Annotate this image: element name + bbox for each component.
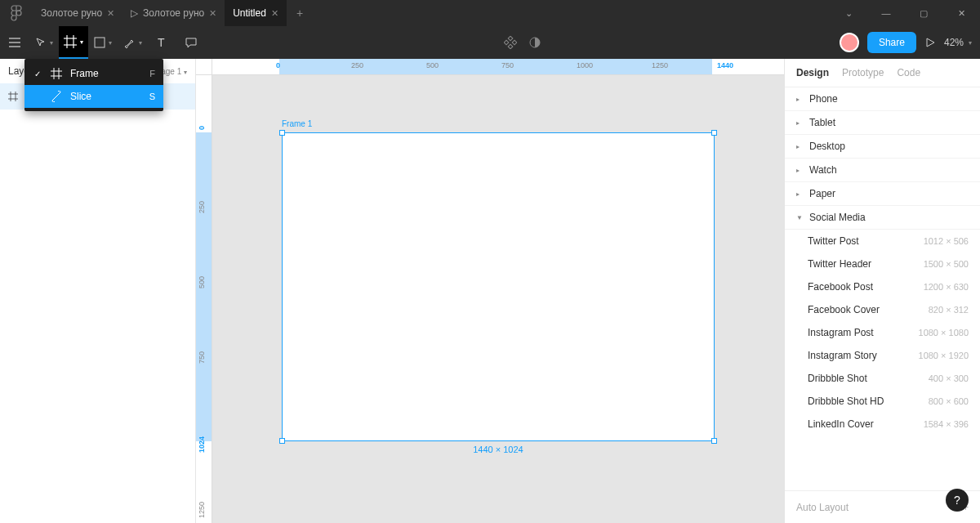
- ruler-tick: 1250: [652, 61, 668, 69]
- frame-preset-list: ▸Phone▸Tablet▸Desktop▸Watch▸Paper▼Social…: [785, 87, 980, 490]
- help-button[interactable]: ?: [946, 489, 969, 512]
- present-icon[interactable]: [924, 37, 936, 48]
- zoom-dropdown[interactable]: 42%▾: [944, 37, 972, 48]
- preset-item[interactable]: Dribbble Shot HD800 × 600: [785, 390, 980, 413]
- resize-handle-se[interactable]: [711, 438, 717, 444]
- ruler-tick: 500: [198, 276, 206, 288]
- tab-label: Золотое руно: [41, 7, 102, 19]
- frame-1[interactable]: [282, 132, 715, 441]
- ruler-tick: 750: [501, 61, 514, 69]
- preset-category[interactable]: ▸Tablet: [785, 111, 980, 135]
- close-icon[interactable]: ✕: [271, 8, 278, 19]
- ruler-horizontal: 02505007501000125014401750: [212, 59, 784, 75]
- svg-rect-8: [95, 38, 105, 47]
- svg-point-0: [16, 11, 21, 16]
- check-icon: ✓: [33, 69, 42, 78]
- chevron-icon: ▸: [796, 119, 803, 127]
- window-menu-dropdown[interactable]: ⌄: [830, 0, 867, 26]
- svg-text:T: T: [158, 37, 165, 48]
- ruler-tick: 1000: [577, 61, 593, 69]
- frame-tool-menu-slice[interactable]: Slice S: [24, 85, 163, 108]
- ruler-tick: 0: [276, 61, 280, 69]
- ruler-tick: 250: [351, 61, 363, 69]
- tab-label: Золотое руно: [143, 7, 204, 19]
- svg-rect-13: [512, 40, 517, 45]
- move-tool[interactable]: ▾: [29, 26, 59, 59]
- preset-item[interactable]: Instagram Story1080 × 1920: [785, 344, 980, 367]
- svg-rect-12: [504, 40, 509, 45]
- chevron-icon: ▸: [796, 143, 803, 150]
- preset-category[interactable]: ▼Social Media: [785, 206, 980, 230]
- toolbar: ▾ ▾ ▾ ▾ T Share 42%▾: [0, 26, 980, 59]
- tab-prototype[interactable]: Prototype: [842, 67, 884, 78]
- preset-category[interactable]: ▸Paper: [785, 182, 980, 206]
- chevron-icon: ▸: [796, 96, 803, 103]
- text-tool[interactable]: T: [147, 26, 176, 59]
- left-panel: Layers Page 1 ▾ Frame 1 ✓ Frame F Slice …: [0, 59, 196, 523]
- close-icon[interactable]: ✕: [209, 8, 216, 19]
- chevron-icon: ▸: [796, 190, 803, 198]
- ruler-vertical: 025050075010241250: [196, 75, 212, 523]
- window-maximize[interactable]: ▢: [905, 0, 942, 26]
- preset-item[interactable]: Twitter Post1012 × 506: [785, 230, 980, 253]
- window-minimize[interactable]: —: [867, 0, 905, 26]
- preset-item[interactable]: Dribbble Shot400 × 300: [785, 367, 980, 390]
- window-tabs: Золотое руно ✕ ▷ Золотое руно ✕ Untitled…: [33, 0, 313, 26]
- mask-icon[interactable]: [528, 36, 541, 49]
- tab-label: Untitled: [233, 7, 266, 19]
- avatar[interactable]: [840, 33, 859, 52]
- share-button[interactable]: Share: [867, 32, 916, 53]
- resize-handle-nw[interactable]: [279, 130, 285, 136]
- chevron-icon: ▸: [796, 167, 803, 174]
- canvas[interactable]: 02505007501000125014401750 0250500750102…: [196, 59, 784, 523]
- ruler-tick: 250: [198, 201, 206, 213]
- ruler-tick: 1250: [198, 502, 206, 518]
- ruler-tick: 750: [198, 351, 206, 364]
- frame-label[interactable]: Frame 1: [282, 119, 312, 128]
- tab-code[interactable]: Code: [897, 67, 920, 78]
- new-tab-button[interactable]: +: [287, 7, 313, 20]
- shape-tool[interactable]: ▾: [88, 26, 118, 59]
- preset-item[interactable]: LinkedIn Cover1584 × 396: [785, 413, 980, 436]
- frame-tool-menu: ✓ Frame F Slice S: [24, 59, 163, 111]
- preset-category[interactable]: ▸Phone: [785, 87, 980, 111]
- preset-item[interactable]: Facebook Post1200 × 630: [785, 275, 980, 298]
- right-panel-tabs: Design Prototype Code: [785, 59, 980, 87]
- ruler-tick: 1024: [198, 436, 206, 453]
- component-icon[interactable]: [504, 36, 517, 49]
- resize-handle-sw[interactable]: [279, 438, 285, 444]
- chevron-icon: ▼: [796, 214, 803, 221]
- window-tab-2[interactable]: Untitled ✕: [225, 0, 287, 26]
- resize-handle-ne[interactable]: [711, 130, 717, 136]
- right-panel: Design Prototype Code ▸Phone▸Tablet▸Desk…: [784, 59, 980, 523]
- pen-tool[interactable]: ▾: [118, 26, 147, 59]
- preset-category[interactable]: ▸Desktop: [785, 135, 980, 159]
- ruler-tick: 0: [198, 126, 206, 130]
- window-tab-0[interactable]: Золотое руно ✕: [33, 0, 122, 26]
- window-titlebar: Золотое руно ✕ ▷ Золотое руно ✕ Untitled…: [0, 0, 980, 26]
- comment-tool[interactable]: [176, 26, 206, 59]
- figma-logo[interactable]: [0, 5, 33, 21]
- play-icon: ▷: [131, 7, 138, 19]
- close-icon[interactable]: ✕: [107, 8, 114, 19]
- hamburger-menu[interactable]: [0, 26, 29, 59]
- frame-tool[interactable]: ▾: [59, 26, 88, 59]
- ruler-tick: 1440: [717, 61, 733, 69]
- svg-rect-10: [508, 36, 513, 41]
- preset-item[interactable]: Twitter Header1500 × 500: [785, 253, 980, 275]
- tab-design[interactable]: Design: [796, 67, 829, 78]
- window-close[interactable]: ✕: [942, 0, 980, 26]
- svg-rect-11: [508, 44, 513, 49]
- ruler-tick: 500: [426, 61, 439, 69]
- preset-item[interactable]: Instagram Post1080 × 1080: [785, 321, 980, 344]
- ruler-corner: [196, 59, 212, 75]
- frame-dimensions: 1440 × 1024: [282, 445, 715, 454]
- window-tab-1[interactable]: ▷ Золотое руно ✕: [122, 0, 225, 26]
- preset-category[interactable]: ▸Watch: [785, 159, 980, 182]
- frame-tool-menu-frame[interactable]: ✓ Frame F: [24, 62, 163, 85]
- preset-item[interactable]: Facebook Cover820 × 312: [785, 298, 980, 321]
